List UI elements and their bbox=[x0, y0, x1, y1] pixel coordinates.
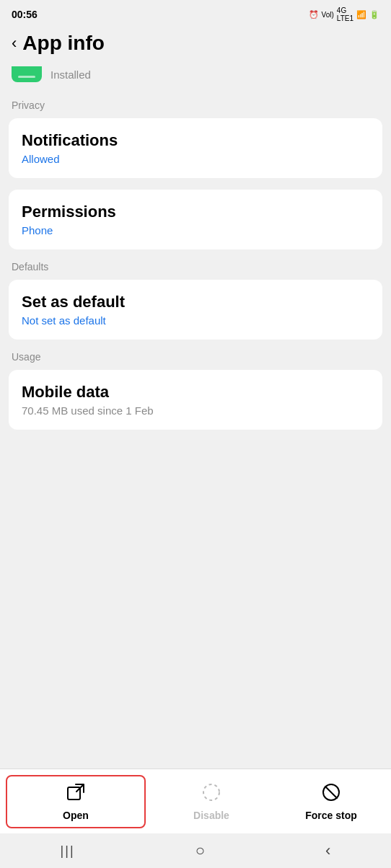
notifications-title: Notifications bbox=[22, 131, 369, 150]
alarm-icon: ⏰ bbox=[309, 10, 319, 19]
permissions-subtitle: Phone bbox=[22, 224, 369, 236]
mobile-data-card[interactable]: Mobile data 70.45 MB used since 1 Feb bbox=[9, 370, 382, 430]
disable-label: Disable bbox=[193, 810, 229, 821]
status-bar: 00:56 ⏰ Vol) 4GLTE1 📶 🔋 bbox=[0, 0, 391, 26]
back-button[interactable]: ‹ bbox=[12, 34, 17, 53]
mobile-data-title: Mobile data bbox=[22, 383, 369, 402]
section-privacy-label: Privacy bbox=[0, 91, 391, 115]
nav-bar: ||| ○ ‹ bbox=[0, 833, 391, 868]
open-icon bbox=[66, 782, 86, 807]
page-title: App info bbox=[22, 32, 105, 55]
app-icon bbox=[12, 66, 42, 82]
force-stop-icon bbox=[321, 782, 341, 807]
open-label: Open bbox=[63, 810, 89, 821]
force-stop-label: Force stop bbox=[305, 810, 357, 821]
app-installed-row: Installed bbox=[0, 63, 391, 91]
disable-button[interactable]: Disable bbox=[151, 782, 271, 821]
disable-icon bbox=[201, 782, 221, 807]
section-usage-label: Usage bbox=[0, 342, 391, 367]
open-button[interactable]: Open bbox=[6, 775, 146, 828]
permissions-card[interactable]: Permissions Phone bbox=[9, 190, 382, 249]
force-stop-button[interactable]: Force stop bbox=[271, 782, 391, 821]
set-as-default-subtitle: Not set as default bbox=[22, 314, 369, 327]
installed-label: Installed bbox=[50, 68, 91, 81]
main-content: Installed Privacy Notifications Allowed … bbox=[0, 63, 391, 868]
status-icons: ⏰ Vol) 4GLTE1 📶 🔋 bbox=[309, 6, 379, 22]
section-defaults-label: Defaults bbox=[0, 252, 391, 277]
network-label: 4GLTE1 bbox=[337, 6, 353, 22]
mobile-data-subtitle: 70.45 MB used since 1 Feb bbox=[22, 404, 369, 417]
permissions-title: Permissions bbox=[22, 203, 369, 221]
svg-line-3 bbox=[325, 787, 337, 798]
notifications-subtitle: Allowed bbox=[22, 153, 369, 165]
status-time: 00:56 bbox=[12, 9, 38, 20]
notifications-card[interactable]: Notifications Allowed bbox=[9, 118, 382, 178]
set-as-default-title: Set as default bbox=[22, 293, 369, 311]
set-as-default-card[interactable]: Set as default Not set as default bbox=[9, 280, 382, 340]
signal-icon: 📶 bbox=[356, 10, 366, 19]
nav-home[interactable]: ○ bbox=[184, 838, 216, 863]
nav-back[interactable]: ‹ bbox=[314, 838, 342, 863]
svg-point-1 bbox=[203, 784, 219, 800]
header: ‹ App info bbox=[0, 26, 391, 63]
volume-icon: Vol) bbox=[322, 11, 334, 19]
bottom-action-bar: Open Disable Force stop bbox=[0, 769, 391, 833]
battery-icon: 🔋 bbox=[369, 10, 379, 19]
nav-recents[interactable]: ||| bbox=[49, 841, 87, 862]
